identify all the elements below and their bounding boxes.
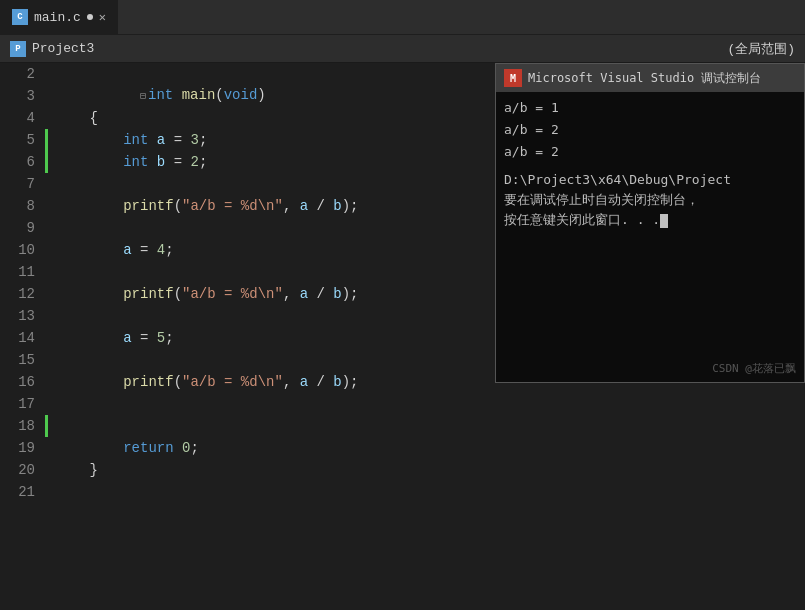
- code-line-18: [45, 415, 805, 437]
- console-app-icon: M: [504, 69, 522, 87]
- line-num-16: 16: [8, 371, 35, 393]
- console-title-text: Microsoft Visual Studio 调试控制台: [528, 70, 761, 87]
- line-num-6: 6: [8, 151, 35, 173]
- tab-bar: C main.c ✕: [0, 0, 805, 35]
- breadcrumb-scope: (全局范围): [727, 40, 795, 58]
- collapse-icon-3[interactable]: ⊟: [140, 91, 146, 102]
- console-output-2: a/b = 2: [504, 120, 796, 140]
- console-note2: 按任意键关闭此窗口. . .: [504, 210, 796, 230]
- tab-main-c[interactable]: C main.c ✕: [0, 0, 119, 34]
- line-num-7: 7: [8, 173, 35, 195]
- code-line-20: }: [45, 459, 805, 481]
- project-icon: P: [10, 41, 26, 57]
- editor-area: 2 3 4 5 6 7 8 9 10 11 12 13 14 15 16 17 …: [0, 63, 805, 610]
- line-num-14: 14: [8, 327, 35, 349]
- line-num-12: 12: [8, 283, 35, 305]
- tab-filename: main.c: [34, 10, 81, 25]
- console-note1: 要在调试停止时自动关闭控制台，: [504, 190, 796, 210]
- line-num-15: 15: [8, 349, 35, 371]
- console-path: D:\Project3\x64\Debug\Project: [504, 170, 796, 190]
- code-line-17: [45, 393, 805, 415]
- tab-file-icon: C: [12, 9, 28, 25]
- line-num-20: 20: [8, 459, 35, 481]
- line-num-18: 18: [8, 415, 35, 437]
- line-num-17: 17: [8, 393, 35, 415]
- line-num-8: 8: [8, 195, 35, 217]
- console-window: M Microsoft Visual Studio 调试控制台 a/b = 1 …: [495, 63, 805, 383]
- line-numbers-gutter: 2 3 4 5 6 7 8 9 10 11 12 13 14 15 16 17 …: [0, 63, 45, 610]
- code-line-21: [45, 481, 805, 503]
- code-line-19: return 0;: [45, 437, 805, 459]
- console-title-bar: M Microsoft Visual Studio 调试控制台: [496, 64, 804, 92]
- line-num-13: 13: [8, 305, 35, 327]
- line-num-2: 2: [8, 63, 35, 85]
- console-output-3: a/b = 2: [504, 142, 796, 162]
- line-num-19: 19: [8, 437, 35, 459]
- line-num-4: 4: [8, 107, 35, 129]
- console-watermark: CSDN @花落已飘: [712, 361, 796, 376]
- console-body: a/b = 1 a/b = 2 a/b = 2 D:\Project3\x64\…: [496, 92, 804, 236]
- line-num-3: 3: [8, 85, 35, 107]
- console-output-1: a/b = 1: [504, 98, 796, 118]
- breadcrumb-bar: P Project3 (全局范围): [0, 35, 805, 63]
- tab-close-icon[interactable]: ✕: [99, 10, 106, 25]
- line-num-9: 9: [8, 217, 35, 239]
- line-num-11: 11: [8, 261, 35, 283]
- line-num-5: 5: [8, 129, 35, 151]
- console-cursor: [660, 214, 668, 228]
- tab-modified-dot: [87, 14, 93, 20]
- line-num-10: 10: [8, 239, 35, 261]
- line-num-21: 21: [8, 481, 35, 503]
- breadcrumb-project[interactable]: Project3: [32, 41, 94, 56]
